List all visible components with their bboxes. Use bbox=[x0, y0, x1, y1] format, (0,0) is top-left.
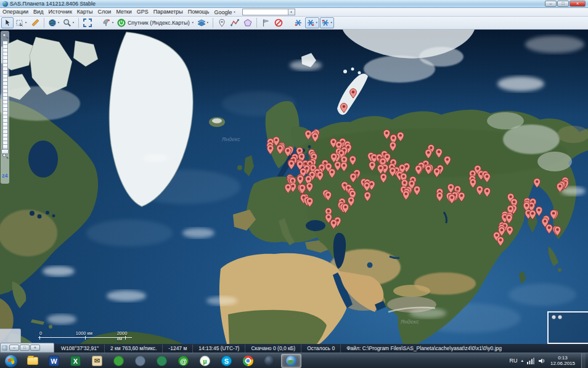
selection-icon bbox=[15, 18, 24, 27]
cursor-tool-button[interactable] bbox=[1, 17, 14, 28]
cursor-icon bbox=[3, 18, 12, 27]
floating-window-titlebar[interactable]: – □ × bbox=[0, 343, 54, 353]
maximize-button[interactable]: □ bbox=[557, 1, 569, 7]
taskbar-sas-planet[interactable] bbox=[281, 354, 301, 368]
menu-google[interactable]: Google ▼ bbox=[212, 9, 239, 15]
network-icon[interactable] bbox=[527, 358, 534, 364]
language-indicator[interactable]: RU bbox=[509, 358, 517, 364]
measure-tool-button[interactable] bbox=[29, 17, 41, 28]
clock-time: 0:13 bbox=[550, 355, 575, 361]
taskbar-chrome[interactable] bbox=[238, 354, 258, 368]
taskbar-dark-globe-browser[interactable] bbox=[259, 354, 280, 368]
google-label: Google bbox=[214, 9, 232, 15]
zoom-out-button[interactable] bbox=[2, 153, 9, 160]
app-icon bbox=[2, 1, 8, 7]
chevron-down-icon: ▼ bbox=[112, 22, 114, 24]
menu-items: ОперацииВидИсточникКартыСлоиМеткиGPSПара… bbox=[0, 8, 212, 16]
cancel-download-button[interactable] bbox=[272, 17, 285, 28]
download-tool-button[interactable]: ▼ bbox=[101, 17, 115, 28]
map-source-button[interactable]: Спутник (Яндекс.Карты) ▼ bbox=[116, 17, 195, 28]
go-to-button[interactable] bbox=[259, 17, 272, 28]
menu-item-7[interactable]: Параметры bbox=[151, 8, 186, 16]
status-coordinates: W108°37'32,91" bbox=[55, 345, 105, 353]
gps-icon bbox=[294, 18, 303, 27]
taskbar-word[interactable]: W bbox=[44, 354, 64, 368]
taskbar-utorrent[interactable]: µ bbox=[195, 354, 215, 368]
gps-track-button[interactable]: ▼ bbox=[305, 17, 319, 28]
add-path-button[interactable] bbox=[229, 17, 241, 28]
placemark-icon bbox=[218, 18, 226, 27]
taskbar-globe-search-app[interactable] bbox=[152, 354, 172, 368]
taskbar-items: WX✉@µS bbox=[0, 353, 302, 368]
chevron-down-icon: ▼ bbox=[72, 22, 75, 24]
search-dropdown-button[interactable]: ▼ bbox=[288, 9, 295, 15]
show-desktop-button[interactable] bbox=[581, 353, 586, 368]
menu-item-5[interactable]: Метки bbox=[113, 8, 134, 16]
menu-item-2[interactable]: Источник bbox=[46, 8, 74, 16]
status-bar: W108°37'32,91" 2 км 763,60 м/пикс. -1247… bbox=[0, 344, 588, 353]
gps-connect-button[interactable] bbox=[292, 17, 304, 28]
minimize-button[interactable]: – bbox=[545, 1, 557, 7]
scale-tick bbox=[39, 336, 40, 340]
toolbar: ▼ ▼ ▼ ▼ Спутник (Яндекс.Карты) ▼ bbox=[0, 17, 588, 30]
search-combobox[interactable]: ▼ bbox=[242, 9, 295, 15]
sas-planet-icon bbox=[286, 356, 296, 366]
taskbar-qip-messenger[interactable] bbox=[130, 354, 150, 368]
chevron-down-icon: ▼ bbox=[192, 22, 194, 24]
menu-item-6[interactable]: GPS bbox=[134, 8, 151, 16]
map-source-label: Спутник (Яндекс.Карты) bbox=[126, 20, 191, 26]
magnifier-icon bbox=[63, 18, 71, 27]
taskbar-skype[interactable]: S bbox=[216, 354, 237, 368]
mini-map[interactable] bbox=[547, 311, 588, 344]
tray-expand-icon[interactable]: ▴ bbox=[521, 358, 523, 363]
zoom-in-button[interactable] bbox=[2, 33, 9, 39]
map-canvas[interactable]: Яндекс Яндекс z4 0 1000 км 2000 км bbox=[0, 30, 588, 344]
minimap-zoom-out-button[interactable] bbox=[558, 315, 562, 319]
minimap-zoom-in-button[interactable] bbox=[552, 315, 556, 319]
zoom-level-label: z4 bbox=[2, 173, 8, 179]
selection-tool-button[interactable]: ▼ bbox=[14, 17, 28, 28]
application-window: SAS.Планета 141212.8406 Stable – □ × Опе… bbox=[0, 0, 588, 368]
dark-globe-browser-icon bbox=[264, 356, 275, 366]
volume-icon[interactable] bbox=[538, 358, 545, 364]
toolbar-separator bbox=[213, 18, 213, 28]
chevron-down-icon: ▼ bbox=[25, 22, 27, 24]
floating-maximize-button[interactable]: □ bbox=[20, 345, 30, 351]
zoom-slider-track[interactable] bbox=[2, 41, 8, 152]
menu-item-0[interactable]: Операции bbox=[0, 8, 31, 16]
menu-item-3[interactable]: Карты bbox=[75, 8, 96, 16]
full-map-button[interactable]: ▼ bbox=[47, 17, 61, 28]
chevron-down-icon: ▼ bbox=[316, 22, 318, 24]
yandex-watermark: Яндекс bbox=[221, 136, 240, 142]
taskbar-mailru-agent[interactable]: @ bbox=[173, 354, 194, 368]
taskbar-green-app[interactable] bbox=[108, 354, 129, 368]
layers-button[interactable]: ▼ bbox=[196, 17, 210, 28]
menu-item-8[interactable]: Помощь bbox=[186, 8, 212, 16]
taskbar-explorer[interactable] bbox=[22, 354, 43, 368]
gps-center-button[interactable]: ▼ bbox=[320, 17, 334, 28]
floating-minimize-button[interactable]: – bbox=[9, 345, 19, 351]
menu-item-4[interactable]: Слои bbox=[95, 8, 113, 16]
add-placemark-button[interactable] bbox=[216, 17, 228, 28]
taskbar-clock[interactable]: 0:13 12.06.2015 bbox=[549, 355, 575, 366]
scale-bar: 0 1000 км 2000 км bbox=[38, 330, 132, 340]
taskbar-start-button[interactable] bbox=[1, 354, 21, 368]
scale-tick bbox=[125, 336, 126, 340]
excel-icon: X bbox=[70, 356, 81, 366]
map-corner-panel bbox=[0, 329, 21, 344]
floating-close-button[interactable]: × bbox=[30, 345, 40, 351]
taskbar-excel[interactable]: X bbox=[65, 354, 86, 368]
taskbar-mail-client[interactable]: ✉ bbox=[87, 354, 107, 368]
close-button[interactable]: × bbox=[570, 1, 586, 7]
window-title: SAS.Планета 141212.8406 Stable bbox=[10, 1, 96, 7]
yandex-watermark: Яндекс bbox=[400, 319, 419, 325]
polygon-icon bbox=[243, 18, 252, 27]
menu-item-1[interactable]: Вид bbox=[31, 8, 46, 16]
toolbar-separator bbox=[256, 18, 257, 28]
word-icon: W bbox=[49, 356, 59, 366]
utorrent-icon: µ bbox=[200, 356, 210, 366]
zoom-tool-button[interactable]: ▼ bbox=[62, 17, 76, 28]
add-polygon-button[interactable] bbox=[242, 17, 254, 28]
fullscreen-button[interactable] bbox=[81, 17, 94, 28]
search-input[interactable] bbox=[243, 9, 288, 15]
